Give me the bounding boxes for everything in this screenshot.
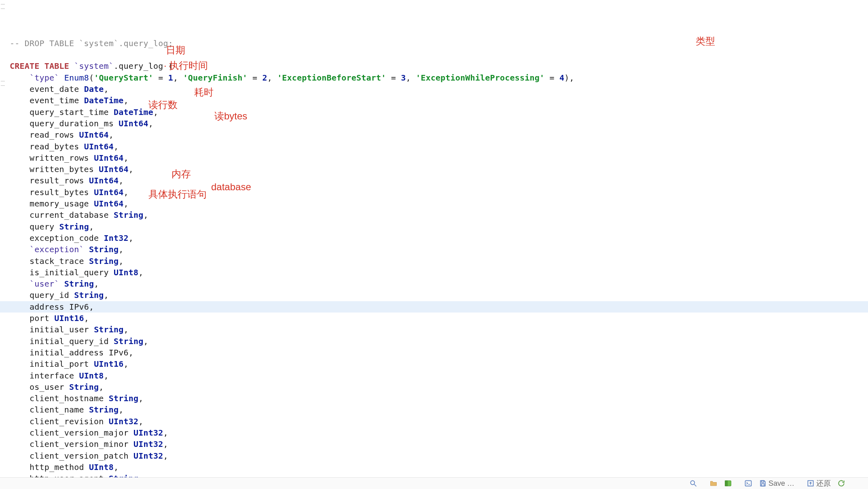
code-line[interactable]: initial_port UInt16, — [10, 358, 868, 370]
code-line[interactable]: client_name String, — [10, 404, 868, 415]
annotation: database — [211, 182, 251, 192]
code-line[interactable]: result_bytes UInt64, — [10, 187, 868, 198]
code-line[interactable]: client_hostname String, — [10, 393, 868, 404]
folder-icon[interactable] — [708, 478, 719, 489]
annotation: 日期 — [166, 45, 185, 55]
code-line[interactable]: query_id String, — [10, 289, 868, 301]
code-line[interactable]: read_rows UInt64, — [10, 129, 868, 140]
svg-rect-6 — [762, 484, 764, 486]
code-line[interactable]: written_rows UInt64, — [10, 152, 868, 164]
annotation: 读bytes — [214, 111, 247, 121]
code-line[interactable]: is_initial_query UInt8, — [10, 267, 868, 278]
annotation: · 执行时间 — [164, 61, 208, 70]
code-line[interactable]: client_version_patch UInt32, — [10, 450, 868, 461]
code-line[interactable]: event_time DateTime, — [10, 95, 868, 106]
code-line[interactable]: initial_address IPv6, — [10, 347, 868, 358]
status-bar: Save … 还原 — [0, 477, 868, 489]
search-icon[interactable] — [688, 478, 699, 489]
save-label: Save … — [768, 479, 794, 488]
console-icon[interactable] — [743, 478, 754, 489]
code-line[interactable]: query_duration_ms UInt64, — [10, 118, 868, 129]
code-line[interactable]: `user` String, — [10, 278, 868, 289]
code-line[interactable]: http_method UInt8, — [10, 461, 868, 473]
code-line[interactable]: `exception` String, — [10, 244, 868, 255]
svg-rect-4 — [745, 480, 752, 486]
code-line[interactable]: os_user String, — [10, 381, 868, 393]
code-line[interactable] — [10, 49, 868, 60]
code-line[interactable]: -- DROP TABLE `system`.query_log; — [10, 38, 868, 49]
gutter — [0, 0, 6, 489]
code-line[interactable]: written_bytes UInt64, — [10, 164, 868, 175]
code-line[interactable]: stack_trace String, — [10, 255, 868, 267]
code-line[interactable]: `type` Enum8('QueryStart' = 1, 'QueryFin… — [10, 72, 868, 83]
code-line[interactable]: client_revision UInt32, — [10, 416, 868, 427]
refresh-icon[interactable] — [836, 478, 847, 489]
annotation: 内存 — [171, 169, 191, 179]
code-line[interactable]: initial_user String, — [10, 324, 868, 335]
code-line[interactable]: port UInt16, — [10, 313, 868, 324]
annotation: 类型 — [696, 36, 715, 46]
code-line[interactable]: interface UInt8, — [10, 370, 868, 381]
code-line[interactable]: event_date Date, — [10, 83, 868, 95]
annotation: 读行数 — [148, 100, 178, 110]
code-line[interactable]: query String, — [10, 221, 868, 232]
code-line[interactable]: initial_query_id String, — [10, 336, 868, 347]
svg-rect-5 — [762, 480, 764, 482]
annotation: 具体执行语句 — [148, 189, 207, 199]
code-line[interactable]: read_bytes UInt64, — [10, 141, 868, 152]
annotation: 耗时 — [194, 87, 214, 97]
code-line[interactable]: address IPv6, — [0, 301, 868, 313]
code-line[interactable]: client_version_major UInt32, — [10, 427, 868, 438]
code-line[interactable]: client_version_minor UInt32, — [10, 438, 868, 450]
code-line[interactable]: exception_code Int32, — [10, 232, 868, 244]
save-button[interactable]: Save … — [757, 478, 796, 489]
code-line[interactable]: result_rows UInt64, — [10, 175, 868, 186]
svg-line-1 — [694, 485, 697, 487]
code-line[interactable]: query_start_time DateTime, — [10, 106, 868, 118]
code-line[interactable]: memory_usage UInt64, — [10, 198, 868, 209]
sql-editor[interactable]: -- DROP TABLE `system`.query_log; CREATE… — [10, 3, 868, 477]
revert-button[interactable]: 还原 — [805, 478, 832, 489]
panel-icon[interactable] — [722, 478, 734, 489]
svg-point-0 — [690, 480, 694, 485]
svg-rect-3 — [725, 480, 728, 486]
code-line[interactable]: CREATE TABLE `system`.query_log ( — [10, 60, 868, 72]
code-line[interactable]: current_database String, — [10, 209, 868, 221]
revert-label: 还原 — [816, 478, 831, 488]
